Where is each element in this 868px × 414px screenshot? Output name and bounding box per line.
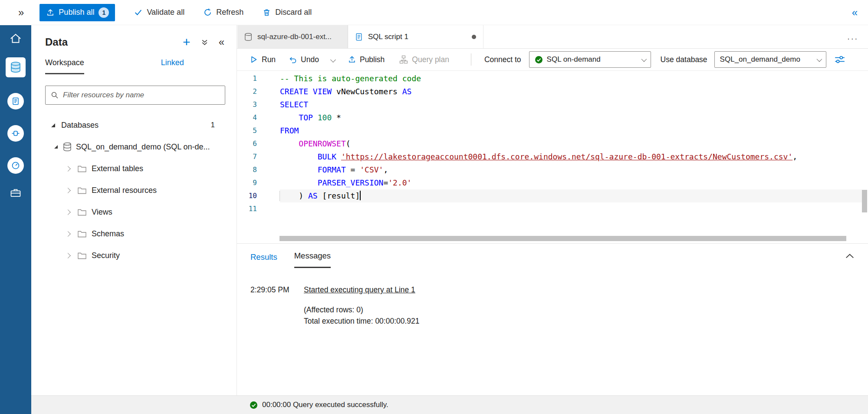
use-database-dropdown[interactable]: SQL_on_demand_demo [714,51,826,68]
tree-item-label: Databases [61,121,99,130]
line-number: 2 [237,85,264,98]
nav-develop-icon[interactable] [7,93,24,109]
text-cursor [360,191,361,200]
tree-item-external-resources[interactable]: External resources [31,179,237,201]
code-line[interactable]: CREATE VIEW vNewCustomers AS [280,85,862,98]
search-icon [51,91,59,99]
trash-icon [263,8,271,17]
horizontal-scrollbar-thumb[interactable] [279,236,846,241]
collapse-right-icon[interactable]: « [852,7,858,19]
line-number: 7 [237,150,264,163]
top-command-bar: » Publish all 1 Validate all Refresh Dis… [0,0,868,25]
chevron-expanded-icon [51,123,55,127]
tab-messages[interactable]: Messages [294,251,331,268]
tree-item-label: SQL_on_demand_demo (SQL on-de... [76,142,210,152]
code-line[interactable]: ) AS [result] [280,189,862,202]
query-plan-label: Query plan [412,55,449,64]
add-resource-button[interactable]: + [183,36,191,49]
publish-icon [46,9,54,17]
tree-item-databases[interactable]: Databases 1 [31,114,237,136]
connect-to-value: SQL on-demand [547,55,601,64]
chevron-right-icon [65,166,71,172]
undo-icon [289,56,297,64]
nav-data-icon[interactable] [6,57,26,77]
tree-item-schemas[interactable]: Schemas [31,223,237,245]
nav-integrate-icon[interactable] [7,125,24,142]
run-label: Run [262,55,276,64]
tree-item-external-tables[interactable]: External tables [31,158,237,179]
filter-resources-input[interactable] [63,91,220,99]
message-link[interactable]: Started executing query at Line 1 [304,285,415,295]
status-message: 00:00:00 Query executed successfully. [262,401,388,409]
refresh-icon [204,8,212,17]
publish-all-button[interactable]: Publish all 1 [39,4,115,21]
sql-script-icon [355,33,363,41]
line-number: 4 [237,111,264,124]
line-number: 8 [237,163,264,176]
chevron-expanded-icon [54,145,58,149]
expand-left-nav-icon[interactable]: » [18,7,24,19]
editor-tab-label: sql-azure-db-001-ext... [257,33,332,41]
code-line[interactable]: TOP 100 * [280,111,862,124]
code-line[interactable] [280,202,862,215]
code-line[interactable]: FROM [280,124,862,137]
connect-to-dropdown[interactable]: SQL on-demand [529,51,651,68]
chevron-right-icon [65,253,71,258]
folder-icon [78,165,86,172]
sql-code-editor[interactable]: 1234567891011 -- This is auto-generated … [237,71,868,243]
publish-button[interactable]: Publish [348,55,385,64]
run-button[interactable]: Run [250,55,276,64]
code-line[interactable]: SELECT [280,98,862,111]
line-number: 11 [237,202,264,215]
undo-label: Undo [301,55,319,64]
tree-folder-list: External tablesExternal resourcesViewsSc… [31,158,237,266]
vertical-scrollbar-thumb[interactable] [862,190,867,212]
play-icon [250,56,258,63]
chevron-down-icon [641,56,647,62]
collapse-panel-icon[interactable]: « [219,36,224,48]
tree-item-label: External tables [92,164,143,173]
results-panel: Results Messages 2:29:05 PM Started exec… [237,243,868,395]
line-number: 9 [237,176,264,189]
tree-item-database[interactable]: SQL_on_demand_demo (SQL on-de... [31,136,237,158]
tree-item-label: Schemas [92,229,124,238]
validate-all-button[interactable]: Validate all [134,8,184,17]
tab-results[interactable]: Results [250,252,277,268]
code-line[interactable]: -- This is auto-generated code [280,72,862,85]
chevron-right-icon [65,188,71,193]
collapse-results-icon[interactable] [845,252,854,260]
tab-overflow-button[interactable]: ... [847,32,858,42]
tab-workspace[interactable]: Workspace [45,58,84,74]
line-number: 10 [237,189,264,202]
nav-manage-icon[interactable] [10,187,22,199]
run-options-dropdown-icon[interactable] [331,58,335,62]
database-icon [63,142,72,152]
main-content: sql-azure-db-001-ext... SQL script 1 ...… [237,25,868,395]
toolbar-separator [471,53,471,66]
external-data-icon [244,33,252,41]
discard-all-label: Discard all [275,8,312,17]
code-line[interactable]: BULK 'https://lakestorageaccount0001.dfs… [280,150,862,163]
data-panel-tabs: Workspace Linked [31,58,237,74]
nav-monitor-icon[interactable] [7,157,24,174]
tab-linked[interactable]: Linked [161,58,184,74]
query-plan-icon [399,55,408,64]
code-line[interactable]: PARSER_VERSION='2.0' [280,176,862,189]
folder-icon [78,230,86,238]
code-line[interactable]: FORMAT = 'CSV', [280,163,862,176]
tree-item-views[interactable]: Views [31,201,237,223]
editor-settings-icon[interactable] [834,55,845,64]
tree-item-security[interactable]: Security [31,245,237,266]
code-line[interactable]: OPENROWSET( [280,137,862,150]
query-plan-button[interactable]: Query plan [399,55,449,64]
affected-rows-text: (Affected rows: 0) [304,305,363,315]
refresh-button[interactable]: Refresh [204,8,243,17]
editor-gutter: 1234567891011 [237,72,264,215]
nav-home-icon[interactable] [9,32,22,45]
discard-all-button[interactable]: Discard all [263,8,312,17]
chevron-right-icon [65,209,71,215]
editor-tab-sql-script-1[interactable]: SQL script 1 [348,25,483,48]
editor-tab-sql-azure-db[interactable]: sql-azure-db-001-ext... [237,25,348,48]
undo-button[interactable]: Undo [289,55,319,64]
expand-all-icon[interactable] [201,39,208,46]
